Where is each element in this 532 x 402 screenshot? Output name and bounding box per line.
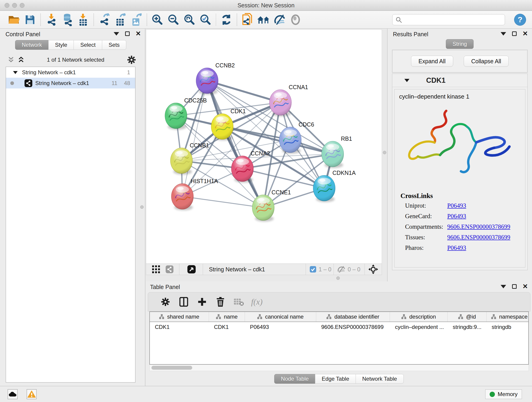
network-row[interactable]: String Network – cdk1 11 48 — [6, 78, 135, 89]
table-cell[interactable]: stringdb:9... — [448, 322, 487, 332]
right-splitter-handle[interactable] — [383, 151, 386, 154]
table-cell[interactable]: 9606.ENSP00000378699 — [316, 322, 390, 332]
column-header[interactable]: name — [209, 312, 245, 322]
crosslink-link[interactable]: P06493 — [447, 202, 466, 209]
close-panel-icon[interactable]: ✕ — [523, 284, 528, 289]
export-table-button[interactable] — [114, 13, 127, 26]
tab-network[interactable]: Network — [15, 40, 49, 50]
apply-layout-button[interactable] — [220, 13, 233, 26]
zoom-fit-button[interactable] — [183, 13, 196, 26]
crosslink-link[interactable]: 9606.ENSP00000378699 — [447, 234, 510, 241]
collapse-all-button[interactable]: Collapse All — [464, 56, 509, 67]
tab-style[interactable]: Style — [48, 40, 74, 50]
tab-string[interactable]: String — [446, 39, 474, 49]
cybrowser-button[interactable] — [257, 13, 270, 26]
table-row[interactable]: CDK1CDK1P064939606.ENSP00000378699cyclin… — [150, 322, 528, 332]
network-collection-row[interactable]: String Network – cdk1 1 — [6, 67, 135, 78]
selected-checkbox-icon[interactable] — [310, 266, 317, 273]
birds-eye-toggle-button[interactable] — [289, 13, 302, 26]
close-panel-icon[interactable]: ✕ — [136, 32, 141, 36]
crosslink-row: Pharos:P06493 — [394, 244, 525, 255]
control-panel: Control Panel ✕ NetworkStyleSelectSets 1… — [0, 29, 145, 386]
table-cell[interactable]: stringdb — [487, 322, 529, 332]
import-network-database-button[interactable] — [61, 13, 74, 26]
create-column-button[interactable] — [196, 295, 209, 308]
table-cell[interactable]: CDK1 — [150, 322, 209, 332]
close-panel-icon[interactable]: ✕ — [523, 32, 528, 36]
toggle-graphics-details-button[interactable] — [273, 13, 286, 26]
zoom-selected-button[interactable] — [199, 13, 212, 26]
network-options-gear-icon[interactable] — [127, 55, 136, 64]
function-builder-button[interactable]: f(x) — [251, 297, 263, 307]
float-panel-icon[interactable] — [512, 284, 517, 289]
export-image-button[interactable] — [130, 13, 143, 26]
table-header-row: shared namenamecanonical namedatabase id… — [150, 312, 528, 322]
tab-edge-table[interactable]: Edge Table — [315, 374, 356, 384]
collection-expander-icon[interactable] — [13, 70, 18, 74]
zoom-out-button[interactable] — [167, 13, 180, 26]
column-type-icon — [257, 314, 262, 319]
panel-menu-icon[interactable] — [114, 32, 119, 36]
crosslink-link[interactable]: P06493 — [447, 213, 466, 220]
column-header[interactable]: canonical name — [245, 312, 316, 322]
table-cell[interactable]: CDK1 — [209, 322, 245, 332]
column-header[interactable]: database identifier — [316, 312, 390, 322]
help-button[interactable]: ? — [514, 14, 526, 26]
network-canvas[interactable]: CCNB2CCNA1CDC25BCDK1CDC6RB1CCNB1CCNA2CDK… — [146, 30, 382, 264]
string-import-button[interactable] — [241, 13, 254, 26]
import-table-button[interactable] — [77, 13, 89, 26]
export-network-button[interactable] — [98, 13, 111, 26]
crosslink-label: Tissues: — [405, 234, 425, 241]
memory-button[interactable]: Memory — [485, 389, 522, 399]
cloud-icon — [9, 391, 17, 397]
tab-network-table[interactable]: Network Table — [355, 374, 404, 384]
birds-eye-icon[interactable] — [187, 265, 196, 274]
table-cell[interactable]: P06493 — [245, 322, 316, 332]
search-field[interactable] — [392, 14, 505, 25]
show-columns-button[interactable] — [177, 295, 190, 308]
crosslink-link[interactable]: P06493 — [447, 244, 466, 251]
tab-node-table[interactable]: Node Table — [274, 374, 315, 384]
column-header-label: name — [224, 313, 238, 320]
panel-menu-icon[interactable] — [500, 32, 506, 36]
crosslink-link[interactable]: 9606.ENSP00000378699 — [447, 223, 510, 230]
float-panel-icon[interactable] — [125, 32, 130, 36]
warnings-button[interactable] — [27, 389, 37, 399]
entry-expander-icon[interactable] — [404, 78, 410, 82]
hidden-eye-icon[interactable] — [337, 266, 345, 273]
zoom-in-button[interactable] — [151, 13, 164, 26]
collapse-all-tree-icon[interactable] — [8, 56, 14, 63]
expand-all-tree-icon[interactable] — [18, 56, 24, 63]
scrollbar-thumb[interactable] — [152, 366, 192, 370]
table-cell[interactable]: cyclin–dependent ... — [390, 322, 448, 332]
minimize-window-button[interactable] — [12, 3, 17, 8]
network-view[interactable]: CCNB2CCNA1CDC25BCDK1CDC6RB1CCNB1CCNA2CDK… — [146, 29, 382, 275]
cloud-status-button[interactable] — [7, 389, 18, 399]
fit-content-crosshair-icon[interactable] — [368, 264, 378, 274]
table-options-button[interactable] — [159, 295, 172, 308]
import-network-file-button[interactable] — [45, 13, 57, 26]
bottom-splitter-handle[interactable] — [336, 276, 340, 280]
grid-view-icon[interactable] — [152, 265, 160, 273]
zoom-window-button[interactable] — [20, 3, 25, 8]
column-header[interactable]: shared name — [150, 312, 209, 322]
save-session-button[interactable] — [24, 13, 36, 26]
expand-all-button[interactable]: Expand All — [411, 56, 453, 67]
float-panel-icon[interactable] — [512, 32, 517, 36]
open-session-button[interactable] — [7, 13, 20, 26]
gene-entry-header[interactable]: CDK1 — [392, 74, 527, 87]
delete-table-button[interactable] — [232, 295, 245, 308]
column-header[interactable]: @id — [448, 312, 487, 322]
left-splitter-handle[interactable] — [140, 205, 144, 209]
tab-select[interactable]: Select — [74, 40, 102, 50]
string-network-badge-icon[interactable] — [165, 265, 174, 274]
delete-column-button[interactable] — [214, 295, 227, 308]
table-h-scrollbar[interactable] — [149, 365, 529, 371]
column-header[interactable]: description — [390, 312, 448, 322]
search-input[interactable] — [402, 17, 502, 23]
tab-sets[interactable]: Sets — [102, 40, 126, 50]
column-header[interactable]: namespace — [487, 312, 529, 322]
close-window-button[interactable] — [5, 3, 9, 8]
panel-menu-icon[interactable] — [500, 285, 506, 288]
search-icon — [395, 16, 402, 23]
